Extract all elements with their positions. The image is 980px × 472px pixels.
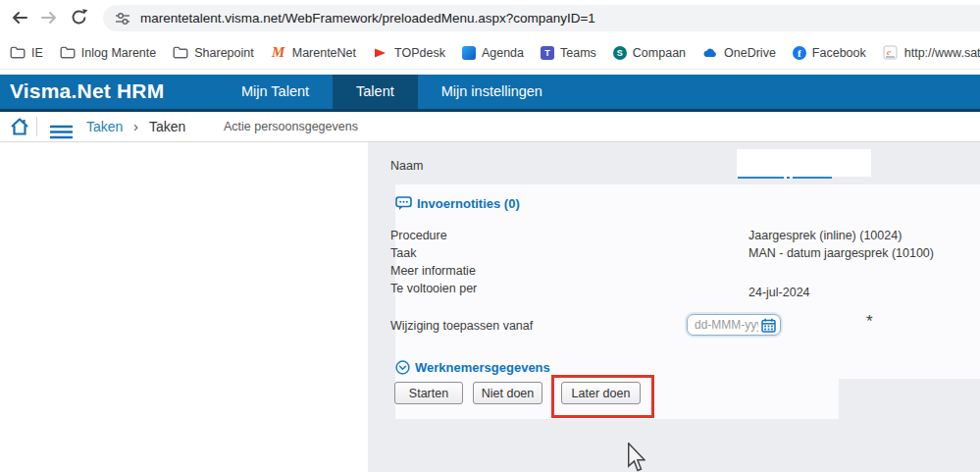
redacted-underline bbox=[793, 177, 832, 179]
bookmark-satokoki[interactable]: e http://www.satokoki... bbox=[883, 45, 980, 61]
starten-button[interactable]: Starten bbox=[394, 382, 463, 404]
teams-favicon: T bbox=[541, 46, 554, 60]
name-value-redacted bbox=[737, 149, 871, 177]
bookmarks-bar: IE Inlog Marente Sharepoint M MarenteNet… bbox=[0, 36, 980, 70]
breadcrumb-bar: Taken › Taken Actie persoonsgegevens bbox=[0, 112, 980, 142]
niet-doen-button[interactable]: Niet doen bbox=[473, 382, 542, 404]
folder-icon bbox=[173, 45, 188, 61]
breadcrumb-separator: › bbox=[133, 112, 138, 141]
svg-text:e: e bbox=[887, 47, 891, 57]
bookmark-teams[interactable]: T Teams bbox=[541, 46, 596, 60]
app-title: Visma.Net HRM bbox=[10, 75, 164, 109]
bookmark-topdesk[interactable]: TOPdesk bbox=[373, 45, 445, 61]
apply-from-label: Wijziging toepassen vanaf bbox=[390, 319, 533, 333]
bookmark-onedrive[interactable]: OneDrive bbox=[702, 45, 776, 61]
bookmark-facebook[interactable]: f Facebook bbox=[793, 46, 866, 60]
bookmark-agenda[interactable]: Agenda bbox=[462, 46, 524, 60]
facebook-favicon: f bbox=[793, 46, 806, 60]
satokoki-favicon: e bbox=[883, 45, 899, 61]
reload-icon[interactable] bbox=[70, 8, 89, 27]
folder-icon bbox=[10, 45, 26, 61]
back-icon[interactable] bbox=[10, 8, 29, 27]
redacted-underline bbox=[787, 177, 790, 179]
notes-section-header[interactable]: Invoernotities (0) bbox=[417, 196, 520, 211]
breadcrumb-link-taken[interactable]: Taken bbox=[86, 112, 123, 141]
required-marker: * bbox=[866, 312, 873, 332]
bookmark-sharepoint[interactable]: Sharepoint bbox=[173, 45, 253, 61]
address-bar[interactable]: marentetalent.visma.net/WebFramework/pre… bbox=[103, 5, 980, 31]
field-label-procedure: Procedure bbox=[390, 229, 447, 242]
marentenet-favicon: M bbox=[271, 45, 286, 61]
bookmark-marentenet[interactable]: M MarenteNet bbox=[271, 45, 356, 61]
collapse-chevron-icon[interactable] bbox=[395, 360, 410, 379]
name-label: Naam bbox=[390, 159, 423, 173]
field-value-taak: MAN - datum jaargesprek (10100) bbox=[748, 246, 934, 260]
field-label-meer-informatie: Meer informatie bbox=[390, 264, 476, 278]
browser-toolbar: marentetalent.visma.net/WebFramework/pre… bbox=[0, 0, 980, 36]
field-value-te-voltooien-per: 24-jul-2024 bbox=[748, 286, 810, 299]
employee-data-section-header[interactable]: Werknemersgegevens bbox=[415, 360, 550, 375]
agenda-favicon bbox=[462, 46, 476, 60]
url-text: marentetalent.visma.net/WebFramework/pre… bbox=[140, 11, 595, 26]
app-header: Visma.Net HRM Mijn Talent Talent Mijn in… bbox=[0, 75, 980, 112]
tab-mijn-instellingen[interactable]: Mijn instellingen bbox=[418, 75, 566, 109]
bookmark-inlog-marente[interactable]: Inlog Marente bbox=[60, 45, 156, 61]
bookmark-compaan[interactable]: S Compaan bbox=[613, 46, 686, 60]
mouse-cursor bbox=[628, 443, 645, 472]
topdesk-favicon bbox=[373, 45, 388, 61]
field-label-taak: Taak bbox=[390, 246, 416, 260]
red-highlight-annotation bbox=[551, 375, 654, 418]
tab-mijn-talent[interactable]: Mijn Talent bbox=[218, 75, 333, 109]
task-form-panel bbox=[395, 184, 980, 379]
field-value-procedure: Jaargesprek (inline) (10024) bbox=[748, 229, 902, 242]
main-nav: Mijn Talent Talent Mijn instellingen bbox=[218, 75, 566, 109]
calendar-icon[interactable] bbox=[761, 318, 776, 337]
menu-icon[interactable] bbox=[50, 120, 73, 149]
home-icon[interactable] bbox=[9, 116, 30, 145]
note-bubble-icon bbox=[395, 196, 412, 215]
divider bbox=[36, 117, 37, 136]
bookmark-ie[interactable]: IE bbox=[10, 45, 43, 61]
compaan-favicon: S bbox=[613, 46, 627, 60]
tune-icon[interactable] bbox=[115, 11, 130, 26]
tab-talent[interactable]: Talent bbox=[333, 75, 418, 109]
field-label-te-voltooien-per: Te voltooien per bbox=[390, 282, 477, 295]
breadcrumb-subtitle: Actie persoonsgegevens bbox=[224, 112, 358, 141]
folder-icon bbox=[60, 45, 76, 61]
onedrive-favicon bbox=[702, 45, 718, 61]
forward-icon[interactable] bbox=[39, 8, 59, 27]
redacted-underline bbox=[738, 177, 784, 179]
breadcrumb-current: Taken bbox=[149, 112, 185, 141]
